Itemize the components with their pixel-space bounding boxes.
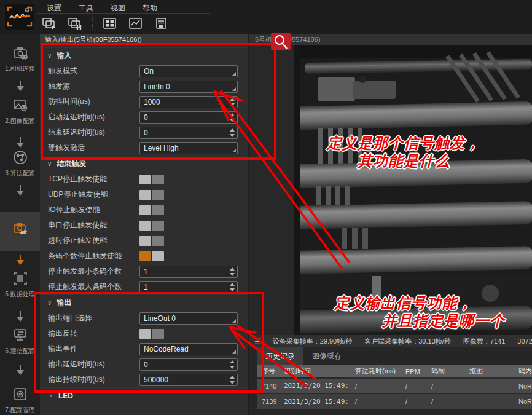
table-row[interactable]: 71402021/3/20 15:49:19:574///NoRead <box>257 378 532 393</box>
dropdown-grip-icon <box>232 319 236 323</box>
sidebar-item-label: 1.相机连接 <box>0 65 40 73</box>
section-header-3[interactable]: ＞LED <box>40 387 248 403</box>
start-acquisition-icon <box>42 17 57 30</box>
spin-down-icon[interactable] <box>230 273 235 276</box>
start-acquisition-button[interactable] <box>41 16 58 31</box>
toggle-1-0[interactable] <box>139 175 164 184</box>
table-column-header: 码内容 <box>514 365 532 378</box>
spinner-1-6[interactable]: 1 <box>139 266 238 278</box>
application-window: 设置工具视图帮助 1.相机连接2.图像配置3.算法配置5.数据处理6.通信配置7… <box>0 0 532 415</box>
form-row: 触发模式On <box>40 63 248 79</box>
dropdown-2-0[interactable]: LineOut 0 <box>139 312 238 325</box>
spin-up-icon[interactable] <box>230 128 235 132</box>
toggle-knob <box>139 236 151 246</box>
spinner-buttons[interactable] <box>229 128 236 138</box>
spin-up-icon[interactable] <box>230 376 235 379</box>
status-segment-3: 3072 * 2048 <box>511 338 532 345</box>
save-button[interactable] <box>153 16 170 31</box>
spinner-buttons[interactable] <box>229 360 236 370</box>
sidebar-item-5[interactable]: 5.数据处理 <box>0 271 40 299</box>
form-row: 串口停止触发使能 <box>40 218 248 233</box>
magnifier-cursor-icon <box>271 33 291 50</box>
section-header-1[interactable]: ∨结束触发 <box>40 156 248 172</box>
stop-acquisition-button[interactable] <box>66 16 84 31</box>
toggle-track <box>152 205 164 215</box>
spinner-buttons[interactable] <box>229 97 236 107</box>
camera-image-area[interactable] <box>249 45 532 335</box>
menu-item-3[interactable]: 帮助 <box>134 1 166 13</box>
toggle-1-1[interactable] <box>139 190 164 200</box>
spinner-2-4[interactable]: 500000 <box>139 374 238 386</box>
spinner-buttons[interactable] <box>229 375 236 385</box>
menu-item-1[interactable]: 工具 <box>70 1 102 13</box>
history-table-wrap: 序号识别时间算法耗时(ms)PPM码制抠图码内容 71402021/3/20 1… <box>257 365 532 415</box>
annotation-trigger-note: 定义是那个信号触发，其功能是什么 <box>291 134 516 170</box>
spinner-1-7[interactable]: 1 <box>139 281 238 293</box>
chevron-down-icon: ∨ <box>47 160 52 167</box>
spinner-0-2[interactable]: 1000 <box>139 96 238 108</box>
sidebar-item-3[interactable]: 3.算法配置 <box>0 149 40 178</box>
table-cell: / <box>350 393 401 409</box>
toggle-1-2[interactable] <box>139 205 164 215</box>
toggle-knob <box>139 221 151 231</box>
tab-image-cache[interactable]: 图像缓存 <box>303 347 350 365</box>
toggle-knob <box>139 251 151 261</box>
field-label: 条码个数停止触发使能 <box>40 251 139 261</box>
layout-grid-icon <box>103 17 117 30</box>
sidebar-item-7[interactable]: 7.配置管理 <box>0 386 40 414</box>
statistics-button[interactable] <box>127 16 144 31</box>
menu-item-2[interactable]: 视图 <box>102 1 134 13</box>
spin-down-icon[interactable] <box>230 134 235 137</box>
spin-up-icon[interactable] <box>230 360 235 363</box>
spin-down-icon[interactable] <box>230 103 235 106</box>
form-row: IO停止触发使能 <box>40 202 248 218</box>
dropdown-0-5[interactable]: Level High <box>139 142 238 154</box>
dropdown-0-1[interactable]: LineIn 0 <box>139 81 238 93</box>
field-label: 串口停止触发使能 <box>40 220 139 231</box>
sidebar-item-4[interactable] <box>0 212 40 251</box>
spinner-2-3[interactable]: 0 <box>139 358 238 371</box>
sidebar-item-6[interactable]: 6.通信配置 <box>0 327 40 355</box>
toggle-1-5[interactable] <box>139 251 164 261</box>
annotation-line: 其功能是什么 <box>291 152 516 170</box>
dropdown-0-0[interactable]: On <box>139 65 238 77</box>
table-cell: / <box>401 393 426 409</box>
menu-item-0[interactable]: 设置 <box>38 1 70 13</box>
spinner-buttons[interactable] <box>229 113 236 122</box>
spin-up-icon[interactable] <box>230 267 235 271</box>
status-bar: ☰设备采集帧率：29.90帧/秒客户端采集帧率：30.13帧/秒图像数：7141… <box>249 335 532 347</box>
sidebar-item-2[interactable]: 2.图像配置 <box>0 97 40 125</box>
section-header-0[interactable]: ∨输入 <box>40 47 248 63</box>
tab-history[interactable]: 历史记录 <box>257 347 303 365</box>
annotation-line: 定义是那个信号触发， <box>291 134 516 152</box>
spinner-buttons[interactable] <box>229 282 236 292</box>
table-row[interactable]: 71392021/3/20 15:49:19:544///NoRead <box>257 393 532 409</box>
spin-down-icon[interactable] <box>230 381 235 384</box>
history-table[interactable]: 序号识别时间算法耗时(ms)PPM码制抠图码内容 71402021/3/20 1… <box>257 365 532 409</box>
spinner-buttons[interactable] <box>229 267 236 277</box>
layout-grid-button[interactable] <box>101 16 119 31</box>
sidebar-item-1[interactable]: 1.相机连接 <box>0 45 40 73</box>
spin-down-icon[interactable] <box>230 366 235 369</box>
toggle-1-4[interactable] <box>139 236 164 246</box>
table-cell: / <box>426 393 464 409</box>
spinner-0-3[interactable]: 0 <box>139 111 238 124</box>
field-label: 结束延迟时间(us) <box>40 127 139 138</box>
toggle-track <box>152 236 164 246</box>
spin-up-icon[interactable] <box>230 113 235 116</box>
spin-up-icon[interactable] <box>230 98 235 101</box>
io-config-icon <box>12 221 28 237</box>
toggle-1-3[interactable] <box>139 221 164 231</box>
dropdown-2-2[interactable]: NoCodeRead <box>139 343 238 355</box>
spin-down-icon[interactable] <box>230 119 235 122</box>
section-label: LED <box>58 392 73 400</box>
spin-up-icon[interactable] <box>230 283 235 286</box>
field-label: 输出端口选择 <box>40 313 139 323</box>
field-label: 输出持续时间(us) <box>40 374 139 385</box>
spinner-0-4[interactable]: 0 <box>139 127 238 139</box>
stop-acquisition-icon <box>68 17 82 30</box>
spin-down-icon[interactable] <box>230 288 235 291</box>
section-header-2[interactable]: ∨输出 <box>40 294 248 310</box>
toggle-2-1[interactable] <box>139 329 164 339</box>
hamburger-icon[interactable]: ☰ <box>249 337 267 346</box>
